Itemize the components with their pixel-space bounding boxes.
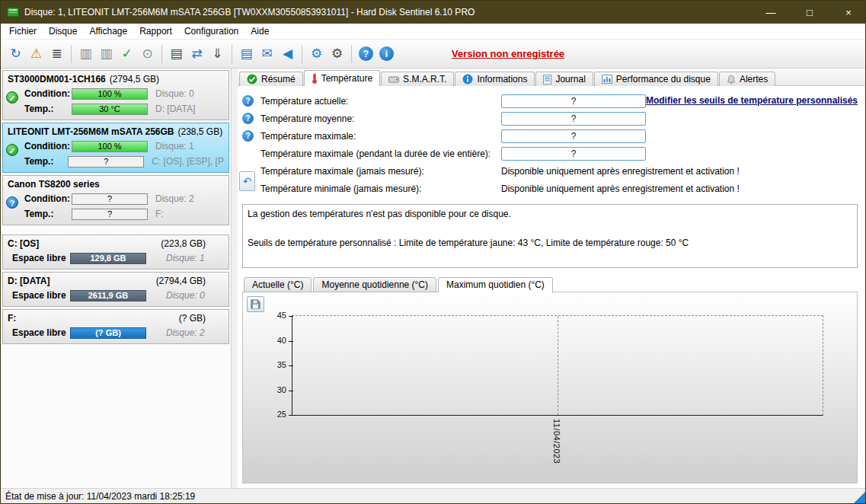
free-space-bar: 2611,9 GB — [70, 290, 146, 301]
temperature-chart: 45 40 35 30 25 11/04/2023 — [242, 292, 858, 483]
disk-warning-icon[interactable]: ⚠ — [26, 43, 46, 64]
toolbar: ↻ ⚠ ≣ ▥ ▥ ✓ ⊙ ▤ ⇄ ⇓ ▤ ✉ ◀ ⚙ ⚙ ? i Versio… — [1, 40, 865, 69]
chart-tab-moyenne[interactable]: Moyenne quotidienne (°C) — [313, 277, 436, 292]
toolbar-separator — [302, 45, 302, 63]
condition-bar: 100 % — [72, 88, 148, 100]
free-space-bar: 129,8 GB — [70, 253, 146, 264]
report-notes-icon[interactable]: ▤ — [236, 43, 257, 64]
menu-rapport[interactable]: Rapport — [133, 24, 178, 38]
app-body: ST3000DM001-1CH166 (2794,5 GB) ✓ Conditi… — [1, 69, 865, 488]
sound-alerts-icon[interactable]: ◀ — [277, 43, 298, 64]
disk-item-1-selected[interactable]: LITEONIT LMT-256M6M mSATA 256GB (238,5 G… — [2, 123, 229, 173]
field-label: Température maximale (pendant la durée d… — [260, 148, 501, 159]
disk-sidebar: ST3000DM001-1CH166 (2794,5 GB) ✓ Conditi… — [1, 69, 232, 488]
y-axis-tick: 45 — [260, 311, 286, 320]
disk-ok-icon: ✓ — [6, 144, 18, 156]
disk-name: LITEONIT LMT-256M6M mSATA 256GB — [8, 125, 174, 139]
partition-item-c[interactable]: C: [OS] (223,8 GB) Espace libre 129,8 GB… — [2, 234, 229, 270]
undo-arrow-icon[interactable]: ↶ — [239, 171, 255, 191]
menu-disque[interactable]: Disque — [43, 24, 83, 38]
chart-tab-maximum[interactable]: Maximum quotidien (°C) — [438, 277, 553, 293]
free-space-label: Espace libre — [12, 327, 70, 338]
disk-item-0[interactable]: ST3000DM001-1CH166 (2794,5 GB) ✓ Conditi… — [2, 70, 229, 120]
modify-thresholds-link[interactable]: Modifier les seuils de température perso… — [646, 95, 858, 106]
maximize-button[interactable]: □ — [793, 1, 826, 24]
tab-alertes[interactable]: Alertes — [719, 72, 775, 86]
panel-splitter[interactable] — [232, 69, 238, 488]
partition-size: (2794,4 GB) — [156, 274, 224, 288]
tab-temperature[interactable]: Température — [304, 70, 380, 86]
minimize-button[interactable]: — — [754, 1, 788, 24]
chart-tabstrip: Actuelle (°C) Moyenne quotidienne (°C) M… — [242, 277, 858, 292]
refresh-icon[interactable]: ↻ — [5, 43, 26, 64]
print-icon[interactable]: ▤ — [166, 43, 187, 64]
temp-bar: ? — [68, 156, 144, 167]
menubar: Fichier Disque Affichage Rapport Configu… — [1, 24, 865, 40]
help-circle-icon[interactable]: ? — [242, 95, 254, 107]
condition-label: Condition: — [24, 193, 72, 204]
chart-gridline — [558, 316, 558, 415]
error-scan-icon[interactable]: ▥ — [96, 43, 117, 64]
disk-partitions: C: [OS], [ESP], [PB — [152, 156, 224, 167]
bell-icon — [727, 75, 736, 85]
help-circle-icon[interactable]: ? — [242, 113, 254, 124]
disk-number: Disque: 0 — [155, 88, 194, 99]
y-axis-tick: 30 — [260, 385, 286, 394]
disk-backup-icon[interactable]: ⇓ — [207, 43, 228, 64]
advanced-gear-icon[interactable]: ⚙ — [327, 43, 347, 64]
performance-chart-icon — [602, 75, 612, 84]
form-row: ? Température maximale: ? — [242, 127, 858, 145]
partition-name: D: [DATA] — [8, 274, 50, 288]
surface-test-icon[interactable]: ▥ — [75, 43, 96, 64]
disk-verified-icon[interactable]: ✓ — [117, 43, 137, 64]
tab-performance[interactable]: Performance du disque — [594, 72, 718, 86]
journal-page-icon — [543, 75, 551, 85]
send-mail-icon[interactable]: ✉ — [257, 43, 277, 64]
condition-bar: ? — [72, 193, 148, 205]
resize-grip[interactable] — [854, 492, 865, 503]
y-axis-tick: 35 — [260, 360, 286, 369]
disk-size: (2794,5 GB) — [110, 72, 159, 86]
menu-aide[interactable]: Aide — [244, 24, 275, 38]
disk-name: Canon TS8200 series — [8, 177, 100, 191]
settings-gear-icon[interactable]: ⚙ — [306, 43, 327, 64]
partition-item-d[interactable]: D: [DATA] (2794,4 GB) Espace libre 2611,… — [2, 272, 229, 307]
menu-fichier[interactable]: Fichier — [3, 24, 43, 38]
field-label: Température maximale (jamais mesuré): — [260, 166, 501, 177]
partition-size: (223,8 GB) — [161, 237, 224, 250]
help-icon[interactable]: ? — [359, 46, 373, 61]
partition-item-f[interactable]: F: (? GB) Espace libre (? GB) Disque: 2 — [2, 309, 229, 344]
partition-size: (? GB) — [179, 311, 224, 325]
temp-label: Temp.: — [24, 104, 72, 114]
network-share-icon[interactable]: ⇄ — [187, 43, 207, 64]
thermometer-icon — [312, 73, 318, 84]
temperature-info-box: La gestion des températures n'est pas di… — [242, 204, 858, 268]
disk-item-2[interactable]: Canon TS8200 series ? Condition: ? Disqu… — [2, 175, 229, 225]
toolbar-separator — [351, 45, 352, 63]
free-space-bar: (? GB) — [70, 327, 146, 339]
disk-partitions: F: — [155, 209, 164, 219]
close-button[interactable]: × — [832, 1, 865, 24]
max-never-measured-value: Disponible uniquement après enregistreme… — [501, 166, 740, 177]
temp-bar: 30 °C — [72, 104, 148, 115]
menu-configuration[interactable]: Configuration — [178, 24, 244, 38]
tab-journal[interactable]: Journal — [535, 72, 593, 86]
tab-smart[interactable]: S.M.A.R.T. — [381, 72, 454, 86]
save-chart-button[interactable] — [247, 296, 264, 312]
disk-report-icon[interactable]: ≣ — [46, 43, 67, 64]
tab-resume[interactable]: Résumé — [239, 72, 303, 86]
disk-unknown-icon: ? — [6, 196, 18, 209]
disk-size: (238,5 GB) — [177, 125, 222, 139]
info-icon[interactable]: i — [379, 46, 394, 61]
app-icon — [7, 7, 19, 18]
max-temp-value: ? — [501, 129, 646, 143]
tab-informations[interactable]: Informations — [455, 72, 535, 86]
chart-tab-actuelle[interactable]: Actuelle (°C) — [244, 277, 312, 292]
unregistered-version-link[interactable]: Version non enregistrée — [452, 48, 564, 59]
help-circle-icon[interactable]: ? — [242, 130, 254, 142]
info-line: Seuils de température personnalisé : Lim… — [248, 236, 852, 250]
menu-affichage[interactable]: Affichage — [83, 24, 133, 38]
disk-number: Disque: 1 — [155, 141, 194, 152]
disk-analyze-icon[interactable]: ⊙ — [137, 43, 158, 64]
statusbar: État de mise à jour: 11/04/2023 mardi 18… — [1, 488, 865, 503]
